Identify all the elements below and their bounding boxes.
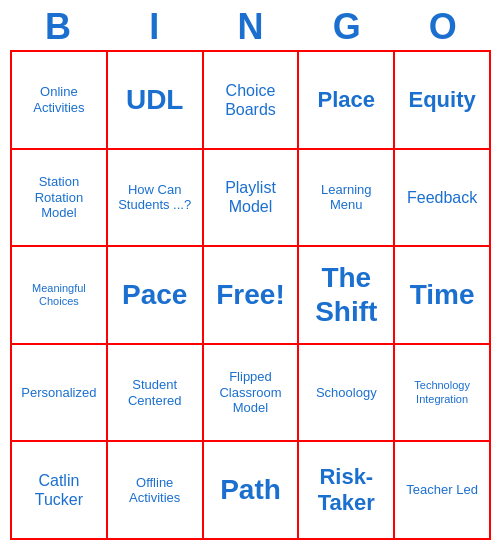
cell-text: Offline Activities <box>112 475 198 506</box>
bingo-grid: Online ActivitiesUDLChoice BoardsPlaceEq… <box>10 50 491 540</box>
cell-text: Time <box>410 278 475 312</box>
bingo-cell-r3-c4: Technology Integration <box>395 345 491 443</box>
cell-text: Choice Boards <box>208 81 294 119</box>
bingo-cell-r1-c4: Feedback <box>395 150 491 248</box>
cell-text: Online Activities <box>16 84 102 115</box>
cell-text: Student Centered <box>112 377 198 408</box>
cell-text: How Can Students ...? <box>112 182 198 213</box>
cell-text: Playlist Model <box>208 178 294 216</box>
cell-text: Equity <box>408 87 475 113</box>
cell-text: UDL <box>126 83 184 117</box>
bingo-cell-r2-c0: Meaningful Choices <box>12 247 108 345</box>
cell-text: The Shift <box>303 261 389 328</box>
bingo-cell-r4-c3: Risk-Taker <box>299 442 395 540</box>
bingo-cell-r0-c3: Place <box>299 52 395 150</box>
bingo-letter-G: G <box>302 6 392 48</box>
bingo-cell-r0-c2: Choice Boards <box>204 52 300 150</box>
bingo-cell-r0-c1: UDL <box>108 52 204 150</box>
cell-text: Flipped Classroom Model <box>208 369 294 416</box>
bingo-cell-r0-c0: Online Activities <box>12 52 108 150</box>
cell-text: Station Rotation Model <box>16 174 102 221</box>
bingo-letter-N: N <box>205 6 295 48</box>
bingo-cell-r4-c0: Catlin Tucker <box>12 442 108 540</box>
bingo-cell-r3-c3: Schoology <box>299 345 395 443</box>
bingo-cell-r2-c4: Time <box>395 247 491 345</box>
bingo-cell-r2-c3: The Shift <box>299 247 395 345</box>
cell-text: Feedback <box>407 188 477 207</box>
bingo-letter-I: I <box>109 6 199 48</box>
bingo-cell-r4-c4: Teacher Led <box>395 442 491 540</box>
bingo-cell-r1-c0: Station Rotation Model <box>12 150 108 248</box>
bingo-cell-r4-c2: Path <box>204 442 300 540</box>
cell-text: Technology Integration <box>399 379 485 405</box>
bingo-letter-B: B <box>13 6 103 48</box>
bingo-cell-r3-c0: Personalized <box>12 345 108 443</box>
cell-text: Meaningful Choices <box>16 282 102 308</box>
bingo-letter-O: O <box>398 6 488 48</box>
cell-text: Pace <box>122 278 187 312</box>
cell-text: Schoology <box>316 385 377 401</box>
bingo-cell-r2-c2: Free! <box>204 247 300 345</box>
cell-text: Risk-Taker <box>303 464 389 517</box>
cell-text: Free! <box>216 278 284 312</box>
cell-text: Place <box>318 87 376 113</box>
bingo-cell-r1-c2: Playlist Model <box>204 150 300 248</box>
bingo-cell-r3-c1: Student Centered <box>108 345 204 443</box>
bingo-header: BINGO <box>0 0 501 50</box>
cell-text: Learning Menu <box>303 182 389 213</box>
cell-text: Path <box>220 473 281 507</box>
bingo-cell-r0-c4: Equity <box>395 52 491 150</box>
cell-text: Teacher Led <box>406 482 478 498</box>
bingo-cell-r2-c1: Pace <box>108 247 204 345</box>
bingo-cell-r3-c2: Flipped Classroom Model <box>204 345 300 443</box>
bingo-cell-r1-c1: How Can Students ...? <box>108 150 204 248</box>
bingo-cell-r4-c1: Offline Activities <box>108 442 204 540</box>
bingo-cell-r1-c3: Learning Menu <box>299 150 395 248</box>
cell-text: Catlin Tucker <box>16 471 102 509</box>
cell-text: Personalized <box>21 385 96 401</box>
